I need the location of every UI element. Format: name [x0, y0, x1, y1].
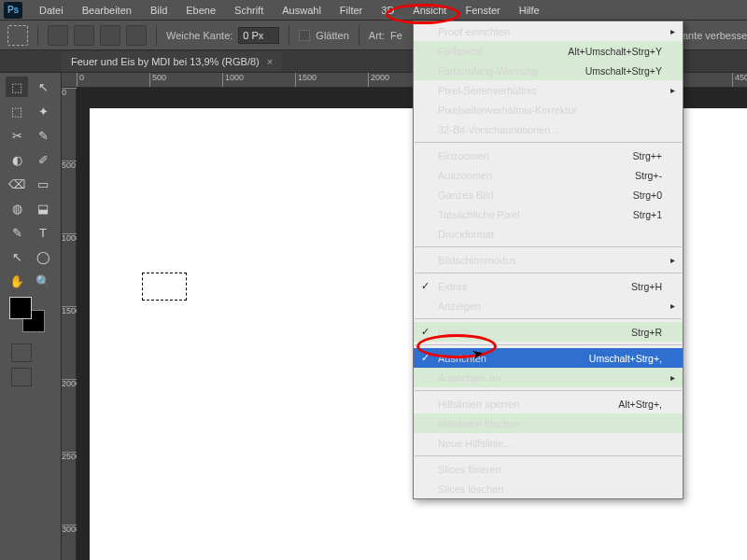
tool-3-0[interactable]: ◐: [6, 149, 28, 170]
menu-bild[interactable]: Bild: [141, 2, 176, 19]
menu-item[interactable]: AusrichtenUmschalt+Strg+,: [414, 348, 683, 368]
menu-item[interactable]: Anzeigen: [414, 296, 683, 315]
menu-item[interactable]: Bildschirmmodus: [414, 250, 683, 270]
menu-item[interactable]: EinzoomenStrg++: [414, 146, 683, 165]
menu-item[interactable]: Ausrichten an: [414, 368, 683, 387]
menu-item: Pixelseitenverhältnis-Korrektur: [414, 100, 683, 119]
menu-item[interactable]: Tatsächliche PixelStrg+1: [414, 204, 683, 224]
menu-hilfe[interactable]: Hilfe: [510, 2, 549, 19]
refine-edge-label[interactable]: Kante verbesse: [676, 30, 747, 41]
tool-2-0[interactable]: ✂: [6, 125, 28, 146]
menu-item[interactable]: AuszoomenStrg+-: [414, 165, 683, 185]
view-menu-dropdown: Proof einrichtenFarbproofAlt+Umschalt+St…: [413, 21, 684, 499]
menu-3d[interactable]: 3D: [372, 2, 403, 19]
tool-8-0[interactable]: ✋: [6, 271, 28, 291]
app-logo: Ps: [4, 2, 22, 19]
menu-item[interactable]: Ganzes BildStrg+0: [414, 185, 683, 204]
menu-item[interactable]: Farbumfang-WarnungUmschalt+Strg+Y: [414, 61, 683, 80]
menu-item[interactable]: Slices fixieren: [414, 459, 683, 479]
document-title: Feuer und Eis by MDI bei 13,9% (RGB/8): [71, 56, 260, 67]
tool-preset-icon[interactable]: [7, 25, 28, 46]
antialias-label: Glätten: [316, 30, 348, 41]
toolbar: ⬚↖⬚✦✂✎◐✐⌫▭◍⬓✎T↖◯✋🔍: [0, 73, 62, 560]
tool-0-1[interactable]: ↖: [32, 77, 54, 97]
menu-item[interactable]: Proof einrichten: [414, 21, 683, 41]
quickmask-icon[interactable]: [11, 343, 32, 362]
feather-label: Weiche Kante:: [166, 30, 233, 41]
menu-item[interactable]: Hilfslinien sperrenAlt+Strg+,: [414, 394, 683, 413]
marquee-selection[interactable]: [142, 273, 187, 301]
selection-intersect-icon[interactable]: [126, 25, 147, 46]
menu-ansicht[interactable]: Ansicht: [403, 2, 456, 19]
menu-auswahl[interactable]: Auswahl: [273, 2, 331, 19]
menu-item: Slices löschen: [414, 479, 683, 498]
document-tab[interactable]: Feuer und Eis by MDI bei 13,9% (RGB/8) ×: [62, 51, 282, 72]
selection-subtract-icon[interactable]: [100, 25, 120, 46]
tool-3-1[interactable]: ✐: [32, 149, 54, 170]
tool-1-1[interactable]: ✦: [32, 101, 54, 121]
close-tab-icon[interactable]: ×: [267, 56, 273, 67]
ruler-vertical[interactable]: 050010001500200025003000: [62, 88, 77, 560]
tool-2-1[interactable]: ✎: [32, 125, 54, 146]
tool-0-0[interactable]: ⬚: [6, 77, 28, 97]
menu-item[interactable]: LinealeStrg+R: [414, 322, 683, 342]
menu-item[interactable]: Druckformat: [414, 224, 683, 244]
tool-1-0[interactable]: ⬚: [6, 101, 28, 121]
menu-item: 32-Bit-Vorschauoptionen...: [414, 119, 683, 139]
menu-item[interactable]: Neue Hilfslinie...: [414, 433, 683, 453]
menu-fenster[interactable]: Fenster: [456, 2, 509, 19]
tool-8-1[interactable]: 🔍: [32, 271, 54, 291]
tool-5-1[interactable]: ⬓: [32, 198, 54, 218]
tool-5-0[interactable]: ◍: [6, 198, 28, 218]
color-swatches[interactable]: [9, 297, 50, 338]
menu-item[interactable]: Pixel-Seitenverhältnis: [414, 80, 683, 100]
menu-datei[interactable]: Datei: [30, 2, 73, 19]
screenmode-icon[interactable]: [11, 368, 32, 386]
tool-7-1[interactable]: ◯: [32, 246, 54, 267]
art-value[interactable]: Fe: [390, 30, 402, 41]
menu-item: Hilfslinien löschen: [414, 413, 683, 433]
tool-6-1[interactable]: T: [32, 222, 54, 243]
menubar: Ps Datei Bearbeiten Bild Ebene Schrift A…: [0, 0, 747, 21]
tool-7-0[interactable]: ↖: [6, 246, 28, 267]
menu-item[interactable]: ExtrasStrg+H: [414, 276, 683, 296]
antialias-checkbox[interactable]: [299, 30, 310, 41]
selection-add-icon[interactable]: [74, 25, 94, 46]
menu-filter[interactable]: Filter: [331, 2, 372, 19]
art-label: Art:: [369, 30, 385, 41]
tool-4-1[interactable]: ▭: [32, 174, 54, 194]
menu-item[interactable]: FarbproofAlt+Umschalt+Strg+Y: [414, 41, 683, 61]
menu-schrift[interactable]: Schrift: [225, 2, 273, 19]
menu-bearbeiten[interactable]: Bearbeiten: [73, 2, 141, 19]
feather-field[interactable]: 0 Px: [238, 27, 279, 44]
tool-6-0[interactable]: ✎: [6, 222, 28, 243]
selection-new-icon[interactable]: [48, 25, 68, 46]
menu-ebene[interactable]: Ebene: [176, 2, 225, 19]
tool-4-0[interactable]: ⌫: [6, 174, 28, 194]
